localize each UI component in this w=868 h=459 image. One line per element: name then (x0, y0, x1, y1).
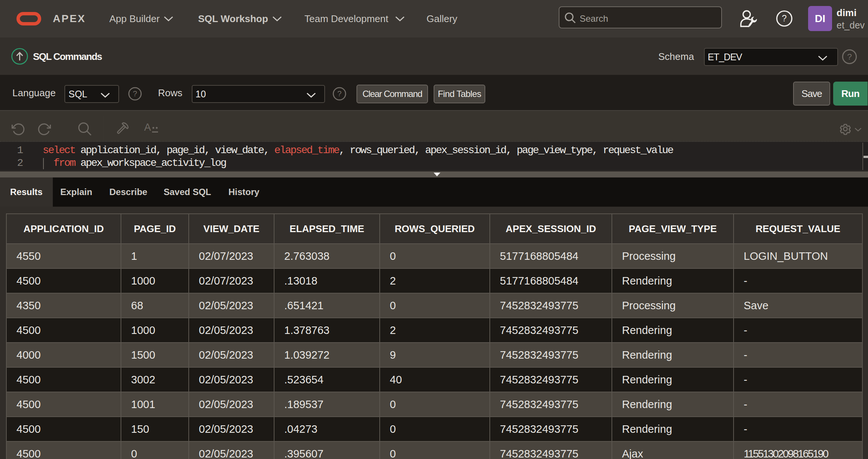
svg-text:?: ? (133, 89, 137, 98)
svg-text:?: ? (337, 89, 342, 98)
svg-text:?: ? (847, 52, 852, 61)
svg-text:?: ? (782, 13, 787, 23)
